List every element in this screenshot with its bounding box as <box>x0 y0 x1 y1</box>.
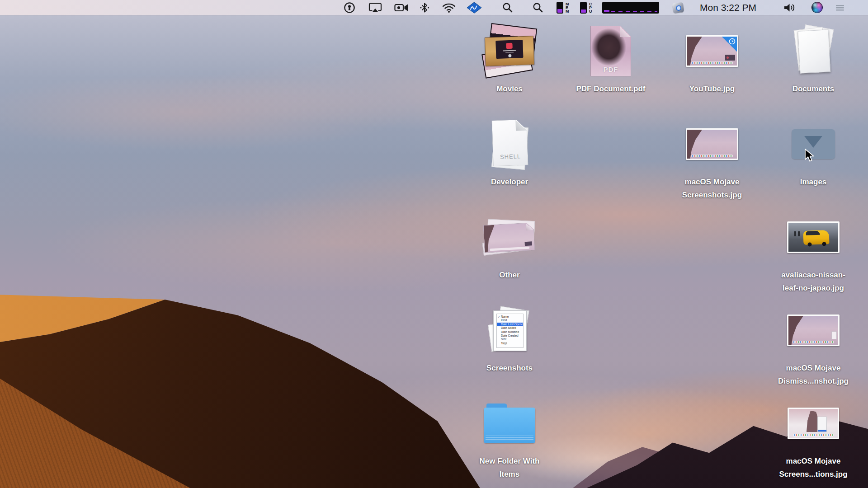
stack-down-triangle-icon <box>804 136 822 148</box>
desktop-icon-youtube-jpg[interactable]: YouTube.jpg <box>662 22 762 95</box>
airplay-display-icon[interactable] <box>368 0 382 15</box>
menu-bar: MEM CPU Mon 3:22 PM <box>0 0 868 15</box>
screenshots-stack-icon: ✓Name Kind Date Last Opened Date Added D… <box>460 301 559 360</box>
pdf-badge-text: PDF <box>591 66 631 73</box>
keyhole-icon[interactable] <box>344 0 355 15</box>
desktop-icon-pdf-document[interactable]: PDF PDF Document.pdf <box>561 22 660 95</box>
desktop-icon-screenshots[interactable]: ✓Name Kind Date Last Opened Date Added D… <box>460 301 559 375</box>
icon-label: Movies <box>460 82 559 95</box>
icon-label: YouTube.jpg <box>662 82 762 95</box>
desktop-icon-movies[interactable]: Movies <box>460 22 559 95</box>
icon-label: New Folder WithItems <box>460 455 559 481</box>
documents-stack-icon <box>764 22 863 80</box>
movies-stack-icon <box>460 22 559 80</box>
diamond-app-icon[interactable] <box>467 0 482 15</box>
desktop-icon-nissan-leaf-jpg[interactable]: avaliacao-nissan-leaf-no-japao.jpg <box>764 208 863 295</box>
icon-label: Developer <box>460 175 559 188</box>
desktop-icon-mojave-dismiss-jpg[interactable]: macOS MojaveDismiss...nshot.jpg <box>764 301 863 388</box>
thumbnail-dialog <box>817 417 827 432</box>
icon-label: Documents <box>764 82 863 95</box>
shell-badge-text: SHELL <box>493 153 528 161</box>
search-icon[interactable] <box>502 0 513 15</box>
desktop-icon-mojave-screens-jpg[interactable]: macOS MojaveScreens...tions.jpg <box>764 394 863 481</box>
screenshot-thumbnail-icon <box>662 22 762 80</box>
icon-label: Images <box>764 175 863 188</box>
screenshot-thumbnail-icon <box>764 394 863 453</box>
icon-label: macOS MojaveScreenshots.jpg <box>662 175 762 202</box>
desktop-icon-new-folder[interactable]: New Folder WithItems <box>460 394 559 481</box>
clock-badge-icon <box>729 38 736 45</box>
shell-file-icon: SHELL <box>460 115 559 174</box>
pdf-file-icon: PDF <box>561 22 660 80</box>
desktop-icon-mojave-screenshots-jpg[interactable]: macOS MojaveScreenshots.jpg <box>662 115 762 202</box>
mem-meter-label: MEM <box>566 0 570 15</box>
cpu-meter[interactable] <box>580 0 587 15</box>
bluetooth-icon[interactable] <box>420 0 429 15</box>
thumbnail-context-menu: ✓Name Kind Date Last Opened Date Added D… <box>496 314 524 348</box>
icon-label: Other <box>460 268 559 282</box>
icon-label: PDF Document.pdf <box>561 82 660 95</box>
camera-app-icon[interactable] <box>673 0 684 15</box>
wifi-icon[interactable] <box>442 0 456 15</box>
desktop-icon-documents[interactable]: Documents <box>764 22 863 95</box>
screenshot-thumbnail-icon <box>662 115 762 174</box>
icon-label: avaliacao-nissan-leaf-no-japao.jpg <box>764 268 863 295</box>
desktop-icon-developer[interactable]: SHELL Developer <box>460 115 559 188</box>
screenshot-thumbnail-icon <box>764 301 863 360</box>
yellow-car <box>803 230 829 245</box>
video-camera-icon[interactable] <box>394 0 409 15</box>
volume-icon[interactable] <box>783 0 796 15</box>
icon-label: macOS MojaveScreens...tions.jpg <box>764 455 863 481</box>
photo-thumbnail-icon <box>764 208 863 267</box>
other-stack-icon <box>460 208 559 267</box>
menu-bar-clock[interactable]: Mon 3:22 PM <box>700 0 756 15</box>
icon-label: Screenshots <box>460 361 559 375</box>
list-menu-icon[interactable] <box>835 0 844 15</box>
mem-meter[interactable] <box>557 0 563 15</box>
icon-label: macOS MojaveDismiss...nshot.jpg <box>764 361 863 388</box>
cpu-meter-label: CPU <box>589 0 594 15</box>
desktop-icon-other[interactable]: Other <box>460 208 559 282</box>
mouse-cursor <box>804 149 816 165</box>
search-icon-2[interactable] <box>533 0 543 15</box>
siri-icon[interactable] <box>811 0 823 15</box>
blue-folder-icon <box>460 394 559 453</box>
cpu-history-graph[interactable] <box>602 0 659 15</box>
